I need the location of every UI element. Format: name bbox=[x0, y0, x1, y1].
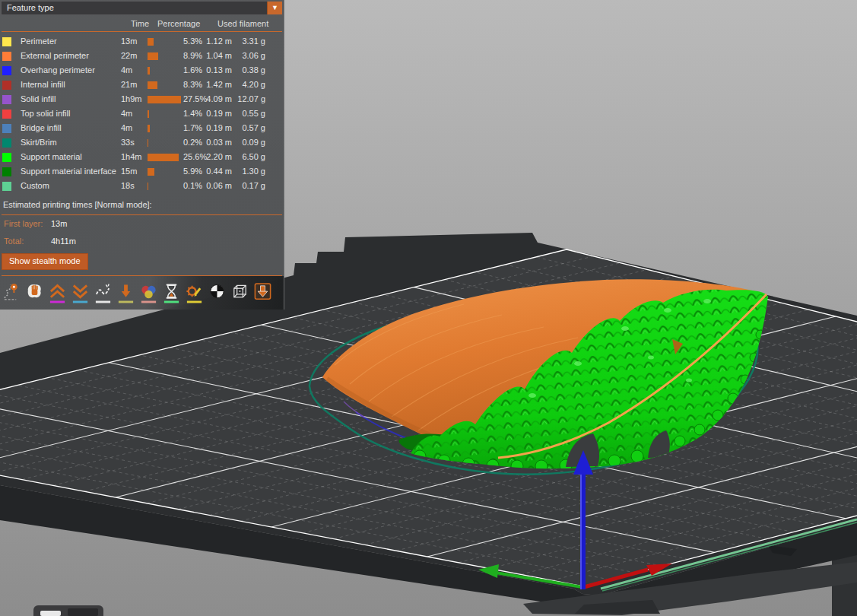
custom-gcodes-icon[interactable] bbox=[185, 281, 204, 305]
filament-weight: 6.50 g bbox=[232, 153, 265, 161]
time-value: 13m bbox=[121, 37, 148, 46]
percentage-value: 27.5% bbox=[183, 95, 202, 103]
feature-label: Overhang perimeter bbox=[21, 66, 121, 75]
total-value: 4h11m bbox=[51, 237, 76, 246]
retractions-icon[interactable] bbox=[48, 281, 67, 305]
time-value: 33s bbox=[121, 138, 148, 147]
feature-row: External perimeter22m8.9%1.04 m3.06 g bbox=[0, 49, 284, 63]
feature-color-swatch bbox=[2, 167, 11, 176]
shells-icon[interactable] bbox=[208, 281, 227, 305]
time-value: 15m bbox=[121, 167, 148, 176]
pause-prints-icon[interactable] bbox=[162, 281, 181, 305]
travel-moves-icon[interactable] bbox=[2, 281, 21, 305]
filament-length: 1.04 m bbox=[202, 52, 232, 60]
filament-weight: 0.38 g bbox=[232, 66, 265, 75]
filament-length: 0.03 m bbox=[202, 138, 232, 147]
prusaslicer-preview-window: Feature type ▼ Time Percentage Used fila… bbox=[0, 0, 857, 616]
feature-label: Support material bbox=[21, 153, 121, 161]
column-percentage: Percentage bbox=[157, 20, 200, 28]
filament-length: 1.42 m bbox=[202, 81, 232, 89]
filament-weight: 0.57 g bbox=[232, 124, 265, 132]
view-options-toolbar bbox=[0, 276, 284, 310]
percentage-value: 8.3% bbox=[183, 81, 202, 89]
tool-changes-icon[interactable] bbox=[116, 281, 135, 305]
feature-label: Top solid infill bbox=[21, 110, 121, 118]
filament-weight: 0.55 g bbox=[232, 110, 265, 118]
filament-length: 0.19 m bbox=[202, 110, 232, 118]
legend-icon[interactable] bbox=[253, 281, 272, 305]
time-value: 4m bbox=[121, 110, 148, 118]
feature-color-swatch bbox=[2, 37, 11, 46]
percentage-value: 1.7% bbox=[183, 124, 202, 132]
collapsed-toolbar[interactable] bbox=[33, 605, 103, 616]
feature-label: Skirt/Brim bbox=[21, 138, 121, 147]
wipe-icon[interactable] bbox=[25, 281, 44, 305]
percentage-bar bbox=[148, 96, 181, 103]
time-value: 1h9m bbox=[121, 95, 148, 103]
feature-color-swatch bbox=[2, 138, 11, 148]
percentage-value: 25.6% bbox=[183, 153, 202, 161]
feature-row: Perimeter13m5.3%1.12 m3.31 g bbox=[0, 34, 284, 49]
percentage-bar-track bbox=[148, 154, 183, 161]
column-used-filament: Used filament bbox=[217, 20, 268, 28]
feature-color-swatch bbox=[2, 66, 11, 75]
feature-row: Skirt/Brim33s0.2%0.03 m0.09 g bbox=[0, 135, 284, 150]
show-stealth-mode-button[interactable]: Show stealth mode bbox=[2, 253, 88, 270]
percentage-value: 5.9% bbox=[183, 167, 202, 176]
filament-length: 4.09 m bbox=[202, 95, 232, 103]
feature-color-swatch bbox=[2, 124, 11, 133]
feature-type-list: Perimeter13m5.3%1.12 m3.31 gExternal per… bbox=[0, 32, 284, 196]
percentage-bar bbox=[148, 38, 154, 46]
percentage-value: 8.9% bbox=[183, 52, 202, 60]
first-layer-value: 13m bbox=[51, 220, 67, 228]
filament-weight: 12.07 g bbox=[232, 95, 265, 103]
percentage-value: 0.2% bbox=[183, 138, 202, 147]
percentage-bar-track bbox=[148, 125, 183, 132]
legend-column-headers: Time Percentage Used filament bbox=[0, 15, 284, 31]
feature-color-swatch bbox=[2, 110, 11, 119]
percentage-bar bbox=[148, 183, 148, 190]
filament-weight: 4.20 g bbox=[232, 81, 265, 89]
feature-color-swatch bbox=[2, 153, 11, 162]
percentage-bar-track bbox=[148, 110, 183, 118]
feature-row: Support material1h4m25.6%2.20 m6.50 g bbox=[0, 150, 284, 164]
column-time: Time bbox=[131, 20, 149, 28]
feature-row: Custom18s0.1%0.06 m0.17 g bbox=[0, 179, 284, 193]
feature-label: Support material interface bbox=[21, 167, 121, 176]
filament-weight: 0.17 g bbox=[232, 182, 265, 190]
feature-label: Bridge infill bbox=[21, 124, 121, 132]
tool-marker-icon[interactable] bbox=[230, 281, 249, 305]
first-layer-time: First layer: 13m bbox=[0, 215, 284, 233]
feature-color-swatch bbox=[2, 52, 11, 61]
mini-button-light[interactable] bbox=[40, 611, 61, 616]
feature-row: Overhang perimeter4m1.6%0.13 m0.38 g bbox=[0, 63, 284, 78]
time-value: 22m bbox=[121, 52, 148, 60]
chevron-down-icon[interactable]: ▼ bbox=[267, 2, 282, 14]
legend-panel: Feature type ▼ Time Percentage Used fila… bbox=[0, 0, 284, 310]
feature-color-swatch bbox=[2, 81, 11, 90]
color-changes-icon[interactable] bbox=[139, 281, 158, 305]
time-value: 1h4m bbox=[121, 153, 148, 161]
seams-icon[interactable] bbox=[94, 281, 113, 305]
percentage-bar-track bbox=[148, 139, 183, 147]
percentage-bar-track bbox=[148, 81, 183, 89]
mini-button-dark[interactable] bbox=[68, 608, 98, 616]
feature-label: Internal infill bbox=[21, 81, 121, 89]
filament-weight: 3.31 g bbox=[232, 37, 265, 46]
percentage-bar-track bbox=[148, 96, 183, 103]
feature-row: Internal infill21m8.3%1.42 m4.20 g bbox=[0, 78, 284, 92]
percentage-value: 5.3% bbox=[183, 37, 202, 46]
percentage-bar-track bbox=[148, 168, 183, 176]
time-value: 21m bbox=[121, 81, 148, 89]
filament-length: 0.13 m bbox=[202, 66, 232, 75]
percentage-bar bbox=[148, 52, 158, 60]
percentage-value: 1.4% bbox=[183, 110, 202, 118]
filament-length: 1.12 m bbox=[202, 37, 232, 46]
time-value: 4m bbox=[121, 124, 148, 132]
feature-label: External perimeter bbox=[21, 52, 121, 60]
filament-weight: 0.09 g bbox=[232, 138, 265, 147]
first-layer-label: First layer: bbox=[4, 220, 51, 228]
filament-length: 0.06 m bbox=[202, 182, 232, 190]
deretractions-icon[interactable] bbox=[71, 281, 90, 305]
view-type-select[interactable]: Feature type ▼ bbox=[1, 1, 283, 15]
